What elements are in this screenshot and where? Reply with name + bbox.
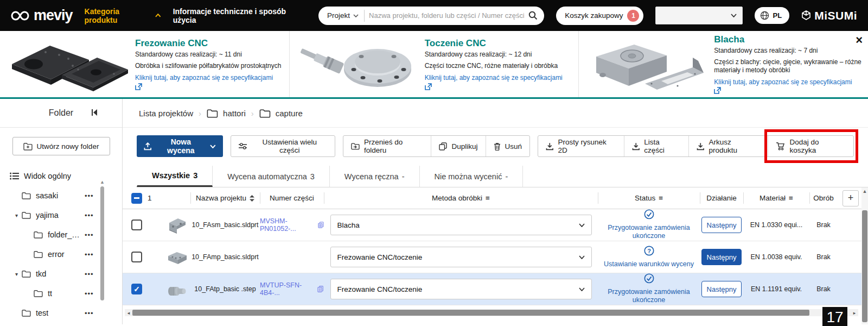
chevron-down-icon	[731, 14, 737, 17]
create-folder-button[interactable]: Utwórz nowy folder	[12, 137, 110, 155]
copy-doc-icon[interactable]	[318, 221, 324, 229]
caret-down-icon[interactable]: ▾	[15, 212, 22, 218]
add-to-cart-button[interactable]: Dodaj do koszyka	[768, 136, 853, 156]
banner-title: Toczenie CNC	[425, 38, 573, 49]
next-button[interactable]: Następny	[701, 217, 742, 233]
add-column-button[interactable]: +	[843, 190, 859, 206]
tab-auto-quote[interactable]: Wycena automatyczna3	[213, 166, 330, 187]
sort-icon[interactable]	[250, 195, 254, 202]
close-icon[interactable]: ×	[856, 34, 863, 46]
folder-plus-icon	[23, 142, 33, 151]
column-header-status[interactable]: Status ≡	[598, 187, 700, 209]
question-circle-icon: ?	[644, 246, 654, 256]
nav-technical-info[interactable]: Informacje techniczne i sposób użycia	[173, 7, 307, 24]
scroll-right-icon[interactable]: ▸	[851, 310, 858, 316]
tab-all[interactable]: Wszystkie3	[137, 166, 213, 187]
breadcrumb-folder-hattori[interactable]: hattori	[207, 109, 246, 118]
chevron-down-icon	[579, 287, 585, 291]
copy-doc-icon[interactable]	[317, 285, 324, 293]
select-all-checkbox[interactable]	[131, 193, 142, 204]
search-icon[interactable]	[528, 11, 538, 20]
overlay-badge: 17	[822, 307, 847, 326]
breadcrumb-separator: ›	[199, 109, 201, 118]
folder-menu-icon[interactable]: •••	[85, 250, 94, 259]
filter-icon[interactable]: ≡	[486, 194, 490, 202]
folder-menu-icon[interactable]: •••	[85, 309, 94, 317]
machining-value: Brak	[816, 221, 831, 229]
folder-icon	[34, 290, 43, 297]
banner-spec-link[interactable]: Kliknij tutaj, aby zapoznać się ze specy…	[714, 78, 863, 94]
breadcrumb: Lista projektów › hattori › capture	[123, 99, 868, 128]
quote-filter-tabs: Wszystkie3 Wycena automatyczna3 Wycena r…	[137, 166, 868, 187]
folder-icon	[259, 109, 271, 118]
method-select[interactable]: Frezowanie CNC/toczenie	[330, 279, 592, 299]
folder-menu-icon[interactable]: •••	[85, 231, 94, 239]
new-quote-button[interactable]: Nowa wycena	[137, 135, 223, 157]
status-text: Przygotowanie zamówienia ukończone	[598, 224, 700, 241]
row-checkbox[interactable]: ✓	[131, 284, 142, 294]
banner-spec-link[interactable]: Kliknij tutaj, aby zapoznać się ze specy…	[135, 74, 284, 90]
method-select[interactable]: Blacha	[330, 215, 592, 235]
breadcrumb-root[interactable]: Lista projektów	[139, 109, 193, 118]
scroll-up-icon[interactable]: ▲	[100, 179, 105, 185]
folder-menu-icon[interactable]: •••	[85, 192, 94, 200]
part-number-link[interactable]: MVSHM-PN01052-...	[260, 217, 324, 233]
next-button[interactable]: Następny	[701, 249, 742, 265]
meviy-logo[interactable]: meviy	[11, 7, 73, 24]
scroll-up-icon[interactable]: ▲	[861, 187, 868, 194]
folder-menu-icon[interactable]: •••	[85, 270, 94, 278]
turning-parts-image	[297, 36, 419, 93]
scroll-left-icon[interactable]: ◂	[125, 310, 132, 316]
caret-down-icon[interactable]: ▾	[15, 271, 22, 277]
search-input[interactable]	[365, 11, 528, 20]
tab-cannot-quote[interactable]: Nie można wycenić-	[420, 166, 524, 187]
delete-button[interactable]: Usuń	[486, 136, 530, 156]
duplicate-button[interactable]: Duplikuj	[431, 136, 485, 156]
filter-icon[interactable]: ≡	[789, 194, 793, 202]
material-value: EN 1.0038 equiv.	[751, 253, 802, 261]
chevron-up-icon	[155, 14, 161, 17]
next-button[interactable]: Następny	[701, 281, 742, 297]
language-button[interactable]: PL	[755, 7, 790, 24]
tab-manual-quote[interactable]: Wycena ręczna-	[330, 166, 420, 187]
move-folder-icon	[351, 142, 360, 150]
part-number-link[interactable]: MVTUP-SFN-4B4-...	[260, 281, 324, 297]
folder-menu-icon[interactable]: •••	[85, 290, 94, 298]
multi-part-settings-button[interactable]: Ustawienia wielu części	[231, 135, 335, 157]
misumi-cube-icon	[801, 10, 811, 21]
method-select[interactable]: Frezowanie CNC/toczenie	[330, 247, 592, 267]
banner-turning: Toczenie CNC Standardowy czas realizacji…	[289, 31, 579, 97]
column-header-name[interactable]: Nazwa projektu	[190, 187, 260, 209]
horizontal-scrollbar-thumb[interactable]	[132, 310, 809, 316]
table-horizontal-scrollbar[interactable]: ◂ ▸	[125, 309, 858, 316]
sidebar-scrollbar[interactable]: ▲	[100, 179, 105, 324]
banner-description: Części toczne CNC, różne materiały i obr…	[425, 62, 573, 70]
upload-icon	[144, 142, 152, 151]
row-checkbox[interactable]	[131, 252, 142, 262]
parts-list-button[interactable]: Lista części	[624, 136, 688, 156]
chevron-down-icon	[353, 14, 359, 17]
vertical-scrollbar-thumb[interactable]	[862, 210, 867, 322]
breadcrumb-separator: ›	[251, 109, 254, 118]
collapse-sidebar-icon[interactable]	[91, 109, 98, 116]
breadcrumb-folder-capture[interactable]: capture	[259, 109, 303, 118]
search-scope-select[interactable]: Projekt	[327, 10, 365, 22]
move-to-folder-button[interactable]: Przenieś do folderu	[343, 136, 431, 156]
header-select[interactable]	[655, 7, 742, 24]
globe-icon	[760, 11, 769, 20]
column-header-method[interactable]: Metoda obróbki ≡	[324, 187, 598, 209]
simple-2d-drawing-button[interactable]: Prosty rysunek 2D	[538, 136, 624, 156]
folder-menu-icon[interactable]: •••	[85, 211, 94, 220]
sidebar-scrollbar-thumb[interactable]	[100, 186, 104, 300]
banner-spec-link[interactable]: Kliknij tutaj, aby zapoznać się ze specy…	[425, 74, 573, 90]
nav-product-category[interactable]: Kategoria produktu	[85, 7, 161, 24]
cart-button[interactable]: Koszyk zakupowy 1	[556, 7, 643, 25]
table-vertical-scrollbar[interactable]: ▲	[861, 187, 868, 324]
row-checkbox[interactable]	[131, 220, 142, 230]
filter-icon[interactable]: ≡	[659, 194, 663, 202]
product-sheet-button[interactable]: Arkusz produktu	[688, 136, 768, 156]
external-link-icon	[425, 83, 432, 90]
column-header-material[interactable]: Materiał ≡	[743, 187, 809, 209]
folder-icon	[34, 250, 43, 258]
folder-icon	[22, 270, 31, 278]
